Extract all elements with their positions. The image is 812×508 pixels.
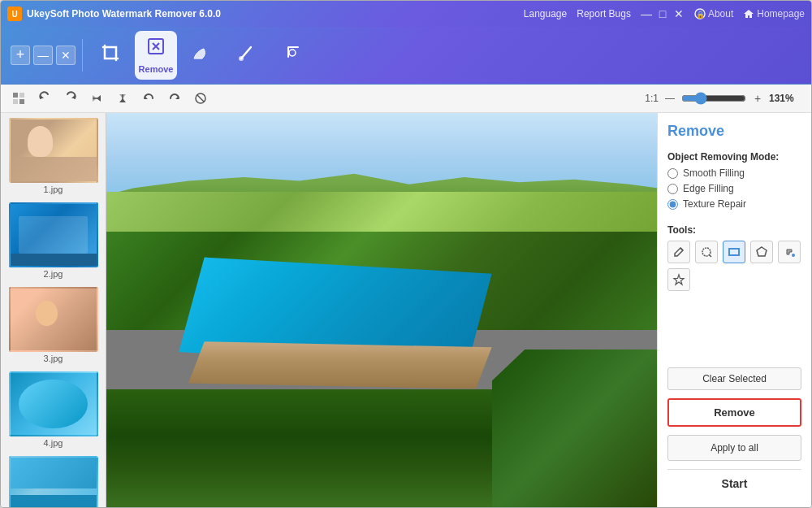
- object-removing-mode-label: Object Removing Mode:: [667, 151, 801, 163]
- thumbnail-1[interactable]: 1.jpg: [4, 116, 102, 196]
- svg-point-6: [289, 50, 296, 56]
- svg-rect-22: [729, 249, 739, 255]
- edge-filling-option[interactable]: Edge Filling: [667, 183, 801, 194]
- brush-tool[interactable]: [226, 31, 268, 80]
- zoom-percentage: 131%: [769, 93, 798, 104]
- zoom-fit-label: 1:1: [645, 93, 659, 104]
- svg-marker-14: [97, 95, 101, 102]
- edit-toolbar: 1:1 — + 131%: [1, 85, 811, 114]
- object-removing-section: Object Removing Mode: Smooth Filling Edg…: [667, 151, 801, 216]
- thumbnail-2[interactable]: 2.jpg: [4, 201, 102, 280]
- language-menu[interactable]: Language: [524, 8, 567, 20]
- svg-marker-23: [757, 247, 767, 256]
- svg-marker-12: [71, 95, 75, 98]
- title-bar-right: Language Report Bugs — □ ✕ 🔒 About Homep…: [524, 8, 805, 20]
- thumbnail-4[interactable]: 4.jpg: [4, 370, 102, 449]
- smooth-filling-option[interactable]: Smooth Filling: [667, 167, 801, 179]
- thumbnail-6[interactable]: 6.jpg: [4, 454, 102, 507]
- polygon-tool-button[interactable]: [750, 241, 773, 263]
- app-logo: U: [7, 7, 22, 21]
- homepage-link[interactable]: Homepage: [743, 8, 805, 20]
- undo-button[interactable]: [137, 87, 160, 110]
- svg-text:🔒: 🔒: [695, 10, 705, 20]
- svg-marker-13: [93, 95, 97, 102]
- report-bugs-menu[interactable]: Report Bugs: [577, 8, 631, 20]
- svg-line-20: [197, 95, 204, 102]
- edge-filling-radio[interactable]: [667, 184, 678, 194]
- remove-tool-label: Remove: [139, 64, 174, 74]
- thumbnail-label-1: 1.jpg: [44, 185, 63, 194]
- start-button[interactable]: Start: [667, 469, 801, 497]
- remove-file-button[interactable]: ✕: [56, 46, 76, 65]
- flip-vertical-button[interactable]: [85, 87, 108, 110]
- canvas-area[interactable]: [106, 113, 657, 507]
- rotate-right-button[interactable]: [59, 87, 82, 110]
- erase-icon: [191, 42, 212, 68]
- thumbnail-image-4: [9, 371, 98, 436]
- texture-repair-label: Texture Repair: [683, 198, 746, 210]
- thumbnail-panel: 1.jpg 2.jpg 3.jpg 4.jpg: [1, 113, 106, 507]
- remove-tool[interactable]: Remove: [135, 31, 177, 80]
- svg-point-24: [792, 254, 795, 257]
- about-link[interactable]: 🔒 About: [694, 8, 733, 20]
- svg-marker-11: [41, 95, 44, 98]
- thumbnail-image-2: [9, 202, 98, 267]
- edge-filling-label: Edge Filling: [683, 183, 734, 194]
- maximize-button[interactable]: □: [657, 8, 668, 20]
- close-button[interactable]: ✕: [673, 8, 685, 20]
- clear-canvas-button[interactable]: [189, 87, 212, 110]
- svg-rect-8: [19, 93, 24, 98]
- main-toolbar: + — ✕ Remove: [1, 27, 811, 85]
- zoom-slider[interactable]: [681, 92, 746, 105]
- svg-marker-16: [119, 98, 126, 102]
- tools-row: [667, 241, 801, 291]
- home-icon: [743, 8, 754, 20]
- svg-point-5: [239, 56, 244, 61]
- spacer: [667, 302, 801, 359]
- tools-label: Tools:: [667, 224, 801, 236]
- flip-horizontal-button[interactable]: [111, 87, 134, 110]
- thumbnail-label-2: 2.jpg: [44, 269, 63, 279]
- thumbnail-image-1: [9, 118, 98, 183]
- main-layout: 1.jpg 2.jpg 3.jpg 4.jpg: [1, 113, 811, 507]
- erase-tool[interactable]: [180, 31, 222, 80]
- texture-button[interactable]: [7, 87, 30, 110]
- magic-tool-button[interactable]: [667, 268, 690, 291]
- pencil-tool-button[interactable]: [667, 241, 690, 263]
- clone-tool[interactable]: [271, 31, 313, 80]
- apply-to-all-button[interactable]: Apply to all: [667, 435, 801, 461]
- smooth-filling-radio[interactable]: [667, 168, 678, 179]
- toolbar-separator: [82, 39, 83, 72]
- thumbnail-image-3: [9, 287, 98, 352]
- subtract-button[interactable]: —: [33, 46, 53, 65]
- paint-bucket-tool-button[interactable]: [778, 241, 801, 263]
- texture-repair-radio[interactable]: [667, 199, 678, 210]
- add-file-button[interactable]: +: [11, 46, 30, 65]
- remove-button[interactable]: Remove: [667, 398, 801, 427]
- clear-selected-button[interactable]: Clear Selected: [667, 367, 801, 390]
- crop-icon: [100, 42, 121, 68]
- thumbnail-image-6: [9, 456, 98, 507]
- lasso-tool-button[interactable]: [695, 241, 718, 263]
- zoom-in-button[interactable]: +: [749, 90, 766, 106]
- thumbnail-3[interactable]: 3.jpg: [4, 285, 102, 365]
- redo-button[interactable]: [163, 87, 186, 110]
- svg-rect-9: [13, 99, 18, 104]
- app-title: UkeySoft Photo Watermark Remover 6.0.0: [27, 8, 221, 20]
- clone-icon: [282, 42, 303, 68]
- title-bar-left: U UkeySoft Photo Watermark Remover 6.0.0: [7, 7, 221, 21]
- rotate-left-button[interactable]: [33, 87, 56, 110]
- svg-rect-7: [13, 93, 18, 98]
- thumbnail-label-3: 3.jpg: [44, 354, 63, 363]
- texture-repair-option[interactable]: Texture Repair: [667, 198, 801, 210]
- svg-text:U: U: [11, 10, 17, 19]
- panel-title: Remove: [667, 123, 801, 140]
- minimize-button[interactable]: —: [641, 8, 652, 20]
- brush-icon: [236, 42, 257, 68]
- window-controls: — □ ✕: [641, 8, 685, 20]
- lock-icon: 🔒: [694, 8, 706, 20]
- crop-tool[interactable]: [89, 31, 132, 80]
- svg-marker-15: [119, 94, 126, 98]
- zoom-out-button[interactable]: —: [662, 90, 678, 106]
- rectangle-tool-button[interactable]: [723, 241, 745, 263]
